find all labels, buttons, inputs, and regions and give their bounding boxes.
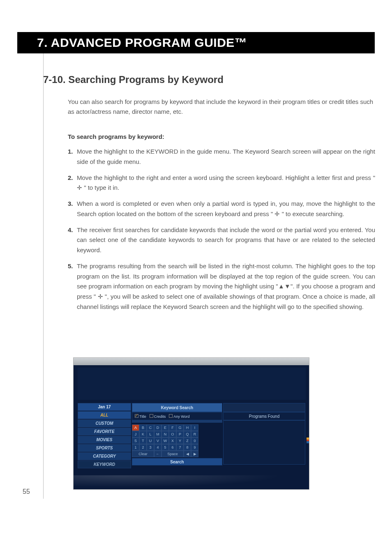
key-1[interactable]: 1 [132,444,139,451]
results-panel: Programs Found [223,403,305,465]
tv-sidebar: Jan 17 ALL CUSTOM FAVORITE MOVIES SPORTS… [78,403,131,469]
filter-title[interactable]: Title [135,414,146,419]
step-5: 5.The programs resulting from the search… [68,261,375,312]
sidebar-item-sports[interactable]: SPORTS [78,444,131,452]
key-h[interactable]: H [184,424,191,431]
key-d[interactable]: D [154,424,161,431]
tv-top-bezel [74,358,309,365]
tv-screenshot: Mon Jan 17 2:28p Jan 17 ALL CUSTOM FAVOR… [73,357,309,490]
keyword-search-header: Keyword Search [132,403,222,412]
key-clear[interactable]: Clear [132,451,154,457]
sidebar-item-category[interactable]: CATEGORY [78,452,131,460]
input-bar[interactable] [132,420,222,423]
key-o[interactable]: O [169,431,176,438]
key-8[interactable]: 8 [184,444,191,451]
key-7[interactable]: 7 [176,444,184,451]
search-button[interactable]: Search [132,458,222,465]
color-tab-icon [307,438,309,443]
key-c[interactable]: C [147,424,154,431]
chapter-title: 7. ADVANCED PROGRAM GUIDE™ [37,36,247,50]
intro-paragraph: You can also search for programs by keyw… [68,97,375,117]
key-n[interactable]: N [161,431,169,438]
sidebar-item-custom[interactable]: CUSTOM [78,419,131,427]
key-0[interactable]: 0 [191,438,198,444]
key-s[interactable]: S [132,438,139,444]
chapter-title-bar: 7. ADVANCED PROGRAM GUIDE™ [17,32,375,53]
results-header-spacer [223,403,305,412]
onscreen-keyboard: A B C D E F G H I J K L M N O P Q R [132,424,222,457]
content-area: 7-10. Searching Programs by Keyword You … [43,74,375,318]
key-i[interactable]: I [191,424,198,431]
key-r[interactable]: R [191,431,198,438]
step-1: 1.Move the highlight to the KEYWORD in t… [68,147,375,167]
key-j[interactable]: J [132,431,139,438]
keyword-search-panel: Keyword Search Title Credits Any Word A … [132,403,222,465]
key-k[interactable]: K [139,431,147,438]
filter-row: Title Credits Any Word [132,412,222,420]
key-a[interactable]: A [132,424,139,431]
key-5[interactable]: 5 [161,444,169,451]
section-heading: 7-10. Searching Programs by Keyword [43,74,375,85]
step-4: 4.The receiver first searches for candid… [68,225,375,256]
key-y[interactable]: Y [176,438,184,444]
key-3[interactable]: 3 [147,444,154,451]
sidebar-item-date[interactable]: Jan 17 [78,403,131,411]
key-q[interactable]: Q [184,431,191,438]
sidebar-item-favorite[interactable]: FAVORITE [78,428,131,435]
key-6[interactable]: 6 [169,444,176,451]
key-z[interactable]: Z [184,438,191,444]
results-list[interactable] [223,420,305,465]
key-backspace[interactable]: ← [154,451,161,457]
step-3: 3.When a word is completed or even when … [68,199,375,219]
sidebar-item-all[interactable]: ALL [78,411,131,419]
key-right[interactable]: ▶ [191,451,198,457]
key-4[interactable]: 4 [154,444,161,451]
tv-bottom-glow [74,475,309,489]
key-space[interactable]: Space [161,451,184,457]
key-b[interactable]: B [139,424,147,431]
tv-preview-area [78,368,306,400]
key-w[interactable]: W [161,438,169,444]
page-number: 55 [23,488,30,495]
sidebar-item-movies[interactable]: MOVIES [78,436,131,444]
results-label: Programs Found [223,412,305,420]
sidebar-item-keyword[interactable]: KEYWORD [78,461,131,468]
key-left[interactable]: ◀ [184,451,191,457]
checkbox-icon [150,414,153,418]
filter-anyword[interactable]: Any Word [169,414,189,419]
key-v[interactable]: V [154,438,161,444]
key-9[interactable]: 9 [191,444,198,451]
key-e[interactable]: E [161,424,169,431]
key-l[interactable]: L [147,431,154,438]
key-p[interactable]: P [176,431,184,438]
steps-list: 1.Move the highlight to the KEYWORD in t… [68,147,375,312]
checkbox-icon [135,414,138,418]
key-f[interactable]: F [169,424,176,431]
key-x[interactable]: X [169,438,176,444]
checkbox-icon [169,414,173,418]
key-g[interactable]: G [176,424,184,431]
sub-heading: To search programs by keyword: [68,133,375,140]
key-t[interactable]: T [139,438,147,444]
key-m[interactable]: M [154,431,161,438]
key-2[interactable]: 2 [139,444,147,451]
key-u[interactable]: U [147,438,154,444]
filter-credits[interactable]: Credits [150,414,166,419]
step-2: 2.Move the highlight to the right and en… [68,173,375,193]
